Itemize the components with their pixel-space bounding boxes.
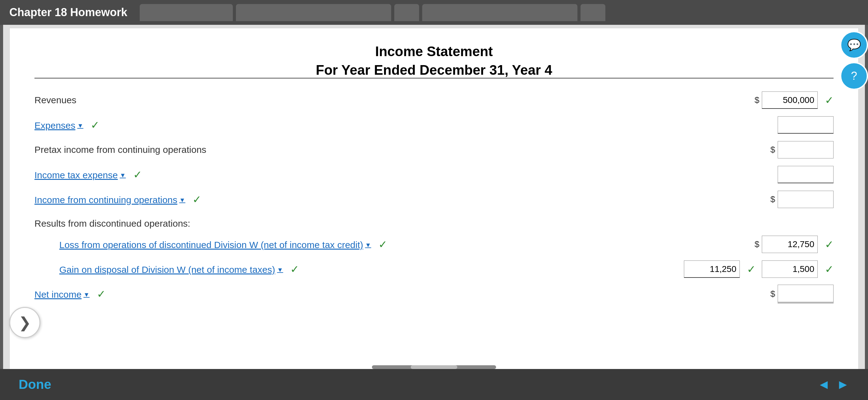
pretax-input[interactable] [778, 141, 834, 159]
forward-button[interactable]: ► [836, 377, 849, 392]
loss-discontinued-label: Loss from operations of discontinued Div… [59, 238, 754, 251]
tab-5[interactable] [581, 4, 606, 21]
done-button[interactable]: Done [19, 377, 51, 392]
net-income-dropdown-btn[interactable]: Net income ▼ [34, 289, 90, 300]
pretax-dollar: $ [770, 145, 775, 155]
income-continuing-input[interactable] [778, 191, 834, 208]
net-income-dollar: $ [770, 289, 775, 299]
scroll-thumb [411, 365, 457, 369]
income-tax-input[interactable] [778, 166, 834, 183]
tab-4[interactable] [422, 4, 578, 21]
income-tax-dropdown-arrow: ▼ [120, 172, 126, 179]
top-bar: Chapter 18 Homework [0, 0, 868, 25]
loss-discontinued-right: $ ✓ [754, 236, 834, 253]
net-income-label: Net income ▼ ✓ [34, 288, 770, 300]
expenses-check: ✓ [91, 119, 99, 131]
gain-col2-input[interactable] [762, 261, 818, 278]
income-tax-link-text: Income tax expense [34, 170, 118, 180]
gain-disposal-link-text: Gain on disposal of Division W (net of i… [59, 265, 275, 275]
loss-dollar: $ [754, 239, 760, 249]
gain-col1-inner: ✓ [684, 261, 755, 278]
tab-bar [140, 4, 859, 21]
help-icon: ? [851, 69, 857, 82]
expenses-label: Expenses ▼ ✓ [34, 119, 778, 131]
loss-discontinued-dropdown-btn[interactable]: Loss from operations of discontinued Div… [59, 240, 371, 250]
income-tax-check: ✓ [133, 169, 142, 180]
pretax-row: Pretax income from continuing operations… [34, 140, 834, 159]
revenues-label: Revenues [34, 95, 754, 105]
expenses-dropdown-arrow: ▼ [77, 122, 84, 129]
expenses-row: Expenses ▼ ✓ [34, 116, 834, 134]
net-income-right: $ [770, 285, 834, 303]
pretax-label: Pretax income from continuing operations [34, 144, 770, 155]
income-tax-right [778, 166, 834, 183]
net-income-check: ✓ [97, 288, 105, 300]
gain-disposal-dropdown-btn[interactable]: Gain on disposal of Division W (net of i… [59, 265, 283, 275]
expenses-right [778, 116, 834, 134]
gain-col2-check: ✓ [825, 263, 834, 275]
loss-check: ✓ [825, 238, 834, 251]
gain-disposal-label: Gain on disposal of Division W (net of i… [59, 263, 684, 275]
gain-disposal-row: Gain on disposal of Division W (net of i… [34, 260, 834, 278]
nav-arrows: ◄ ► [817, 377, 849, 392]
loss-discontinued-row: Loss from operations of discontinued Div… [34, 235, 834, 254]
tab-3[interactable] [394, 4, 419, 21]
discontinued-header-row: Results from discontinued operations: [34, 215, 834, 233]
back-button[interactable]: ◄ [817, 377, 831, 392]
content-area: Income Statement For Year Ended December… [9, 28, 859, 372]
revenues-input[interactable] [762, 92, 818, 109]
tab-1[interactable] [140, 4, 233, 21]
income-continuing-row: Income from continuing operations ▼ ✓ $ [34, 190, 834, 209]
gain-disposal-right: ✓ ✓ [684, 261, 834, 278]
loss-discontinued-check: ✓ [378, 238, 387, 250]
net-income-row: Net income ▼ ✓ $ [34, 285, 834, 303]
net-income-input[interactable] [778, 285, 834, 303]
chat-icon: 💬 [847, 38, 861, 52]
gain-disposal-check: ✓ [290, 263, 299, 275]
loss-discontinued-link-text: Loss from operations of discontinued Div… [59, 240, 363, 250]
tab-2[interactable] [236, 4, 391, 21]
scroll-indicator[interactable] [372, 365, 496, 369]
next-button[interactable]: ❯ [9, 307, 40, 338]
expenses-input[interactable] [778, 116, 834, 134]
income-continuing-right: $ [770, 191, 834, 208]
net-income-link-text: Net income [34, 289, 82, 300]
gain-col1-input[interactable] [684, 261, 740, 278]
loss-input[interactable] [762, 236, 818, 253]
income-continuing-dropdown-arrow: ▼ [179, 197, 185, 204]
next-icon: ❯ [19, 314, 31, 331]
income-continuing-label: Income from continuing operations ▼ ✓ [34, 193, 770, 206]
expenses-dropdown-btn[interactable]: Expenses ▼ [34, 120, 84, 131]
chat-button[interactable]: 💬 [840, 31, 868, 59]
revenues-row: Revenues $ ✓ [34, 91, 834, 109]
net-income-dropdown-arrow: ▼ [84, 291, 90, 298]
side-buttons: 💬 ? [840, 31, 868, 90]
expenses-link-text: Expenses [34, 120, 75, 131]
income-tax-dropdown-btn[interactable]: Income tax expense ▼ [34, 170, 126, 180]
income-continuing-link-text: Income from continuing operations [34, 195, 177, 205]
revenues-check: ✓ [825, 94, 834, 106]
statement-title: Income Statement [34, 44, 834, 59]
gain-col2-inner: ✓ [762, 261, 834, 278]
income-tax-label: Income tax expense ▼ ✓ [34, 168, 778, 181]
income-continuing-dropdown-btn[interactable]: Income from continuing operations ▼ [34, 195, 185, 205]
income-continuing-dollar: $ [770, 194, 775, 204]
gain-disposal-dropdown-arrow: ▼ [277, 266, 283, 273]
revenues-dollar: $ [754, 95, 760, 105]
help-button[interactable]: ? [840, 62, 868, 90]
loss-discontinued-dropdown-arrow: ▼ [365, 241, 371, 249]
pretax-right: $ [770, 141, 834, 159]
app-title: Chapter 18 Homework [9, 6, 127, 19]
gain-col1-check: ✓ [747, 263, 755, 275]
income-tax-row: Income tax expense ▼ ✓ [34, 165, 834, 184]
income-continuing-check: ✓ [192, 194, 201, 205]
main-wrapper: Income Statement For Year Ended December… [3, 25, 865, 375]
discontinued-header-label: Results from discontinued operations: [34, 218, 190, 229]
statement-subtitle: For Year Ended December 31, Year 4 [34, 62, 834, 78]
revenues-right: $ ✓ [754, 92, 834, 109]
loss-col-inner: $ ✓ [754, 236, 834, 253]
bottom-bar: Done ◄ ► [0, 369, 868, 400]
